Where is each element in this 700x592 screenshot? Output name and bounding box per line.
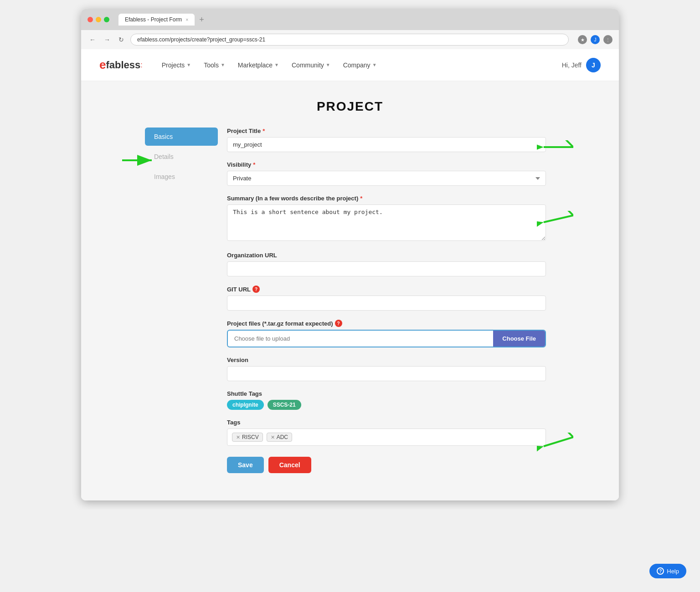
menu-icon[interactable]: ⋮ [603, 35, 612, 44]
version-group: Version [227, 357, 546, 381]
summary-label: Summary (In a few words describe the pro… [227, 195, 546, 202]
nav-right: Hi, Jeff J [562, 58, 601, 72]
nav-item-community[interactable]: Community ▼ [286, 58, 336, 72]
project-files-label: Project files (*.tar.gz format expected)… [227, 320, 546, 327]
tag-label-riscv: RISCV [242, 434, 259, 440]
greeting-text: Hi, Jeff [562, 61, 582, 69]
summary-group: Summary (In a few words describe the pro… [227, 195, 546, 243]
shuttle-tags-list: chipIgnite SSCS-21 [227, 400, 546, 410]
tab-title: Efabless - Project Form [125, 16, 182, 23]
page-title: PROJECT [90, 99, 610, 114]
version-input[interactable] [227, 366, 546, 381]
tag-adc: ✕ ADC [267, 433, 292, 442]
org-url-label: Organization URL [227, 252, 546, 259]
back-button[interactable]: ← [88, 35, 98, 44]
summary-textarea[interactable]: This is a short sentence about my projec… [227, 204, 546, 241]
user-profile-icon[interactable]: J [591, 35, 600, 44]
form-fields: Project Title * [218, 128, 555, 473]
tags-label: Tags [227, 419, 546, 426]
maximize-dot[interactable] [104, 17, 109, 22]
nav-label-community: Community [292, 61, 324, 69]
logo-dot: : [140, 61, 142, 69]
new-tab-button[interactable]: + [199, 15, 204, 25]
form-buttons: Save Cancel [227, 457, 546, 473]
required-star: * [262, 128, 265, 134]
tag-remove-adc[interactable]: ✕ [271, 434, 275, 440]
project-title-input[interactable] [227, 137, 546, 152]
browser-tab[interactable]: Efabless - Project Form × [118, 14, 195, 26]
cancel-button[interactable]: Cancel [268, 457, 311, 473]
logo-fabless: fabless [106, 59, 140, 71]
nav-item-projects[interactable]: Projects ▼ [156, 58, 196, 72]
save-button[interactable]: Save [227, 457, 264, 473]
required-star-visibility: * [253, 161, 255, 168]
svg-line-4 [564, 140, 573, 147]
forward-button[interactable]: → [102, 35, 112, 44]
sidebar-label-images: Images [154, 173, 175, 180]
tag-remove-riscv[interactable]: ✕ [236, 434, 240, 440]
nav-label-projects: Projects [162, 61, 185, 69]
sidebar-item-basics[interactable]: Basics [145, 128, 218, 146]
visibility-label: Visibility * [227, 161, 546, 168]
file-upload-input[interactable] [228, 331, 493, 347]
svg-line-6 [544, 215, 573, 222]
chevron-down-icon: ▼ [186, 62, 191, 67]
nav-label-tools: Tools [204, 61, 219, 69]
file-upload-container: Choose File [227, 330, 546, 347]
svg-line-9 [544, 437, 573, 446]
project-title-label: Project Title * [227, 128, 546, 134]
tag-label-adc: ADC [277, 434, 288, 440]
project-title-group: Project Title * [227, 128, 546, 152]
bookmark-icon: ★ [578, 35, 587, 44]
chevron-down-icon: ▼ [372, 62, 377, 67]
git-url-input[interactable] [227, 296, 546, 311]
green-arrow-tags [537, 433, 573, 455]
logo-e: e [99, 58, 106, 72]
minimize-dot[interactable] [96, 17, 101, 22]
org-url-group: Organization URL [227, 252, 546, 276]
green-arrow-title [537, 140, 573, 158]
chevron-down-icon: ▼ [326, 62, 330, 67]
reload-button[interactable]: ↻ [117, 35, 126, 44]
sidebar-label-basics: Basics [154, 133, 173, 140]
nav-item-tools[interactable]: Tools ▼ [198, 58, 231, 72]
project-files-info-icon: ? [335, 320, 342, 327]
git-url-group: GIT URL ? [227, 286, 546, 311]
close-tab-icon[interactable]: × [185, 17, 188, 22]
chevron-down-icon: ▼ [274, 62, 279, 67]
svg-line-10 [566, 433, 573, 437]
nav-label-marketplace: Marketplace [238, 61, 273, 69]
tag-riscv: ✕ RISCV [232, 433, 263, 442]
required-star-summary: * [360, 195, 362, 202]
org-url-input[interactable] [227, 261, 546, 276]
shuttle-tag-sscs21: SSCS-21 [268, 400, 301, 410]
nav-item-marketplace[interactable]: Marketplace ▼ [232, 58, 284, 72]
version-label: Version [227, 357, 546, 363]
visibility-group: Visibility * Private Public [227, 161, 546, 186]
project-files-group: Project files (*.tar.gz format expected)… [227, 320, 546, 347]
url-input[interactable] [130, 34, 569, 46]
logo[interactable]: e fabless : [99, 58, 143, 72]
form-container: Basics Details Images Project Title [145, 128, 555, 473]
sidebar-item-images[interactable]: Images [145, 168, 218, 186]
green-arrow-details [122, 151, 159, 169]
user-avatar[interactable]: J [586, 58, 601, 72]
shuttle-tag-chipignite: chipIgnite [227, 400, 264, 410]
svg-line-7 [566, 211, 573, 215]
git-url-info-icon: ? [252, 286, 260, 293]
tags-group: Tags [227, 419, 546, 446]
address-bar: ← → ↻ ★ J ⋮ [81, 30, 619, 49]
git-url-label: GIT URL ? [227, 286, 546, 293]
navbar: e fabless : Projects ▼ Tools ▼ Marketpla… [81, 49, 619, 81]
nav-item-company[interactable]: Company ▼ [338, 58, 382, 72]
sidebar-nav: Basics Details Images [145, 128, 218, 473]
visibility-select[interactable]: Private Public [227, 171, 546, 186]
chevron-down-icon: ▼ [221, 62, 225, 67]
nav-items: Projects ▼ Tools ▼ Marketplace ▼ Communi… [156, 58, 562, 72]
tags-input-container[interactable]: ✕ RISCV ✕ ADC [227, 429, 546, 446]
shuttle-tags-label: Shuttle Tags [227, 390, 546, 397]
green-arrow-summary [537, 211, 573, 234]
close-dot[interactable] [88, 17, 93, 22]
choose-file-button[interactable]: Choose File [493, 331, 545, 347]
nav-label-company: Company [343, 61, 371, 69]
